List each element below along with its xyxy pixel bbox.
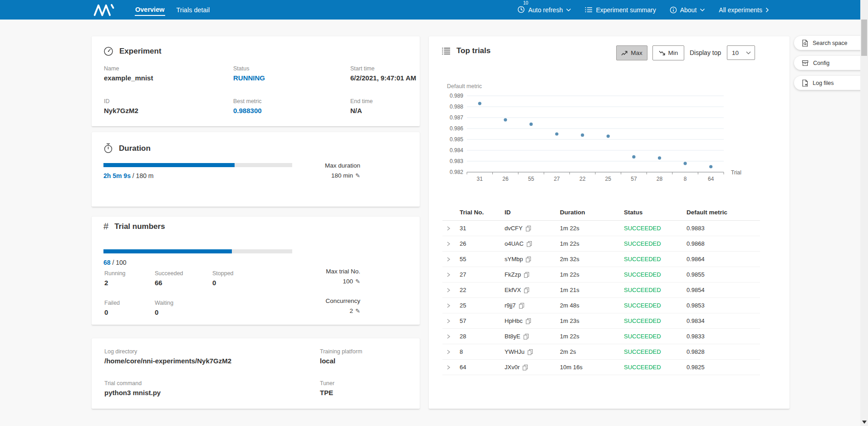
experiment-id-field: ID Nyk7GzM2	[104, 98, 138, 114]
chevron-right-icon	[765, 7, 769, 13]
search-space-button[interactable]: Search space	[794, 36, 868, 50]
copy-icon[interactable]	[522, 364, 528, 371]
field-value: Nyk7GzM2	[104, 107, 138, 114]
trial-id-text: sYMbp	[505, 256, 523, 263]
row-expander[interactable]	[442, 241, 460, 247]
experiment-summary-button[interactable]: Experiment summary	[585, 6, 656, 14]
max-trial-label: Max trial No.	[264, 268, 360, 275]
cell-default-metric: 0.9855	[687, 271, 760, 278]
table-row: 55 sYMbp 2m 32s SUCCEEDED 0.9864	[442, 252, 760, 267]
experiment-end-time-field: End time N/A	[350, 98, 373, 114]
cell-status: SUCCEEDED	[624, 256, 687, 263]
cell-trial-no: 55	[460, 256, 505, 263]
cell-status: SUCCEEDED	[624, 317, 687, 324]
cell-trial-id: EkfVX	[505, 287, 560, 293]
min-button[interactable]: Min	[652, 45, 684, 60]
row-expander[interactable]	[442, 303, 460, 308]
trend-down-icon	[659, 50, 665, 56]
cell-duration: 1m 21s	[560, 287, 624, 293]
cell-trial-id: JXv0r	[505, 364, 560, 371]
row-expander[interactable]	[442, 226, 460, 231]
about-menu[interactable]: About	[670, 6, 706, 14]
copy-icon[interactable]	[524, 287, 530, 293]
table-row: 8 YWHJu 2m 2s SUCCEEDED 0.9828	[442, 344, 760, 360]
log-files-icon	[802, 79, 808, 87]
chevron-down-icon	[566, 8, 571, 12]
copy-icon[interactable]	[524, 272, 530, 278]
field-label: Failed	[104, 300, 120, 306]
edit-concurrency-icon[interactable]: ✎	[355, 307, 360, 314]
svg-text:0.987: 0.987	[450, 114, 463, 121]
cell-status: SUCCEEDED	[624, 225, 687, 232]
top-trials-panel: Top trials Max Min Display top 10 Defaul…	[429, 36, 790, 409]
display-top-select[interactable]: 10	[727, 45, 755, 60]
row-expander[interactable]	[442, 287, 460, 293]
cell-status: SUCCEEDED	[624, 240, 687, 247]
field-value: 0	[104, 308, 120, 316]
copy-icon[interactable]	[527, 349, 533, 355]
gauge-icon	[103, 46, 113, 56]
duration-elapsed: 2h 5m 9s	[103, 172, 131, 179]
svg-text:0.985: 0.985	[450, 136, 463, 143]
stopped-stat: Stopped 0	[212, 270, 234, 287]
svg-text:25: 25	[605, 176, 612, 182]
default-metric-scatter-chart[interactable]: Default metric0.9890.9880.9870.9860.9850…	[442, 82, 760, 186]
cell-trial-no: 25	[460, 302, 505, 309]
auto-refresh-countdown: 10	[523, 0, 528, 5]
failed-stat: Failed 0	[104, 300, 120, 316]
trial-id-text: FkZzp	[505, 271, 521, 278]
page-scrollbar[interactable]	[860, 0, 868, 426]
running-stat: Running 2	[104, 270, 126, 287]
copy-icon[interactable]	[525, 256, 531, 263]
trial-id-text: JXv0r	[505, 364, 520, 371]
row-expander[interactable]	[442, 318, 460, 324]
log-files-button[interactable]: Log files	[794, 76, 868, 90]
edit-max-duration-icon[interactable]: ✎	[355, 172, 360, 179]
succeeded-stat: Succeeded 66	[155, 270, 183, 287]
copy-icon[interactable]	[525, 318, 531, 324]
cell-status: SUCCEEDED	[624, 302, 687, 309]
svg-text:8: 8	[684, 176, 687, 182]
all-experiments-link[interactable]: All experiments	[719, 6, 769, 14]
field-label: Log directory	[104, 348, 231, 355]
scrollbar-thumb[interactable]	[861, 20, 867, 56]
edit-max-trial-icon[interactable]: ✎	[355, 278, 360, 285]
copy-icon[interactable]	[526, 241, 532, 247]
cell-trial-no: 26	[460, 240, 505, 247]
status-badge: RUNNING	[233, 74, 265, 82]
trials-progress-bar	[103, 249, 292, 253]
config-button[interactable]: Config	[794, 56, 868, 70]
table-row: 57 HpHbc 1m 23s SUCCEEDED 0.9834	[442, 313, 760, 329]
row-expander[interactable]	[442, 365, 460, 370]
copy-icon[interactable]	[523, 333, 529, 340]
max-button[interactable]: Max	[616, 45, 647, 60]
nav-tab-overview[interactable]: Overview	[135, 4, 165, 16]
config-label: Config	[813, 60, 829, 66]
row-expander[interactable]	[442, 334, 460, 339]
svg-text:Trial: Trial	[731, 169, 741, 176]
copy-icon[interactable]	[519, 302, 525, 309]
trial-id-text: EkfVX	[505, 287, 521, 293]
waiting-stat: Waiting 0	[155, 300, 173, 316]
trend-up-icon	[621, 50, 628, 56]
trial-id-text: Bt8yE	[505, 333, 520, 340]
row-expander[interactable]	[442, 257, 460, 262]
row-expander[interactable]	[442, 349, 460, 355]
search-space-label: Search space	[813, 40, 847, 46]
nav-tab-trials-detail[interactable]: Trials detail	[176, 5, 211, 15]
experiment-panel: Experiment Name example_mnist Status RUN…	[92, 36, 420, 126]
trial-id-text: YWHJu	[505, 348, 525, 355]
cell-trial-id: sYMbp	[505, 256, 560, 263]
experiment-status-field: Status RUNNING	[233, 65, 265, 82]
chevron-right-icon	[446, 303, 451, 308]
cell-default-metric: 0.9825	[687, 364, 760, 371]
copy-icon[interactable]	[525, 225, 531, 232]
row-expander[interactable]	[442, 272, 460, 277]
nni-logo[interactable]	[93, 4, 116, 16]
field-label: Running	[104, 270, 126, 277]
auto-refresh-menu[interactable]: 10 Auto refresh	[517, 5, 571, 15]
svg-text:Default metric: Default metric	[447, 83, 482, 89]
scrollbar-down-arrow[interactable]	[860, 418, 868, 426]
experiment-panel-title: Experiment	[119, 47, 162, 56]
trials-count: 68	[103, 259, 111, 266]
